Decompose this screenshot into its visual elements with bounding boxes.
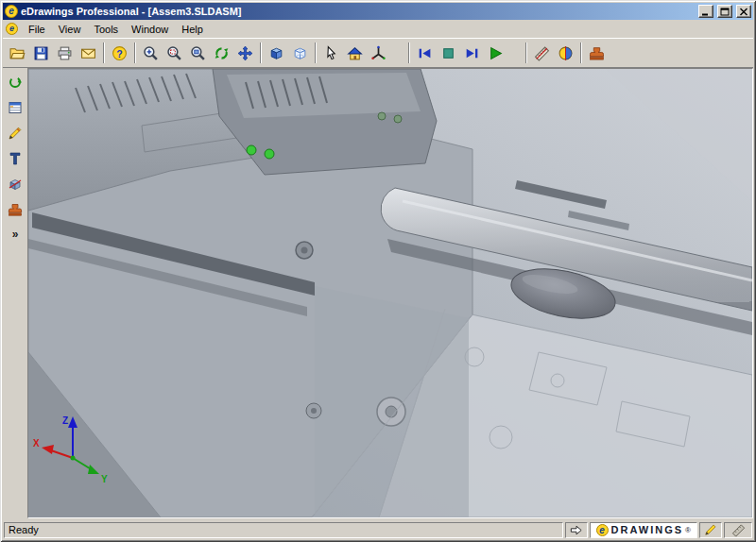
menu-view[interactable]: View bbox=[52, 22, 88, 37]
close-button[interactable] bbox=[736, 5, 751, 18]
status-bar: Ready e DRAWINGS ® bbox=[3, 518, 753, 539]
stamp-side-button[interactable] bbox=[5, 199, 26, 220]
model-sight-top-facet bbox=[227, 73, 421, 118]
wireframe-cube-icon bbox=[292, 45, 308, 61]
animate-button[interactable] bbox=[5, 72, 26, 93]
zoom-to-area-button[interactable] bbox=[163, 42, 186, 65]
home-icon bbox=[347, 45, 363, 61]
previous-icon bbox=[417, 45, 433, 61]
rotate-icon bbox=[214, 45, 230, 61]
rotate-view-button[interactable] bbox=[210, 42, 233, 65]
save-icon bbox=[33, 45, 49, 61]
stop-animation-button[interactable] bbox=[437, 42, 460, 65]
viewport-3d[interactable]: Z X Y bbox=[27, 68, 753, 518]
screw-1-center bbox=[301, 247, 308, 254]
measure-icon bbox=[534, 45, 550, 61]
toolbar-separator bbox=[134, 42, 136, 63]
3d-pointer-button[interactable] bbox=[367, 42, 390, 65]
markup-pencil-icon bbox=[704, 523, 717, 536]
toolbar-separator bbox=[525, 42, 527, 63]
help-button[interactable]: ? bbox=[108, 42, 131, 65]
panel-arrow-button[interactable] bbox=[565, 522, 588, 538]
status-text: Ready bbox=[9, 524, 39, 535]
print-button[interactable] bbox=[53, 42, 77, 65]
zoom-in-icon bbox=[143, 45, 159, 61]
zoom-area-icon bbox=[166, 45, 182, 61]
maximize-icon bbox=[720, 8, 730, 16]
toolbar-separator bbox=[580, 42, 582, 63]
vent-dot-2 bbox=[394, 115, 402, 123]
measure-status-button[interactable] bbox=[724, 522, 752, 538]
previous-view-button[interactable] bbox=[413, 42, 437, 65]
led-green-1 bbox=[247, 145, 256, 155]
toolbar-separator bbox=[408, 42, 410, 63]
stamp-button[interactable] bbox=[585, 42, 609, 65]
animate-icon bbox=[8, 75, 23, 90]
shaded-view-button[interactable] bbox=[265, 42, 288, 65]
open-button[interactable] bbox=[6, 42, 29, 65]
select-arrow-icon bbox=[323, 45, 339, 61]
toolbar: ? bbox=[3, 38, 753, 68]
edrawings-logo-icon: e bbox=[596, 524, 609, 536]
triad-y-label: Y bbox=[101, 474, 108, 484]
menu-help[interactable]: Help bbox=[175, 22, 210, 37]
measure-button[interactable] bbox=[530, 42, 554, 65]
toolbar-separator bbox=[315, 42, 317, 63]
shaded-cube-icon bbox=[268, 45, 284, 61]
cross-section-button[interactable] bbox=[554, 42, 577, 65]
next-view-button[interactable] bbox=[460, 42, 484, 65]
maximize-button[interactable] bbox=[717, 5, 732, 18]
play-icon bbox=[488, 45, 504, 61]
open-folder-icon bbox=[9, 45, 26, 61]
send-email-button[interactable] bbox=[77, 42, 100, 65]
stamp-small-icon bbox=[8, 202, 23, 217]
toolbar-separator bbox=[103, 42, 105, 63]
next-icon bbox=[464, 45, 480, 61]
status-ready-field: Ready bbox=[4, 522, 563, 538]
zoom-fit-icon bbox=[190, 45, 206, 61]
save-button[interactable] bbox=[29, 42, 53, 65]
title-bar[interactable]: e eDrawings Professional - [Assem3.SLDAS… bbox=[3, 3, 753, 20]
menu-tools[interactable]: Tools bbox=[87, 22, 125, 37]
left-toolbar: » bbox=[3, 68, 27, 518]
triad-z-label: Z bbox=[62, 415, 68, 426]
print-icon bbox=[57, 45, 73, 61]
app-window: e eDrawings Professional - [Assem3.SLDAS… bbox=[0, 0, 756, 542]
arrow-right-icon bbox=[569, 523, 583, 537]
stamp-icon bbox=[589, 45, 605, 61]
markup-button[interactable] bbox=[5, 123, 26, 144]
measure-ruler-icon bbox=[731, 523, 746, 537]
pan-button[interactable] bbox=[233, 42, 257, 65]
close-icon bbox=[739, 8, 748, 16]
menu-window[interactable]: Window bbox=[125, 22, 175, 37]
play-animation-button[interactable] bbox=[484, 42, 507, 65]
led-green-2 bbox=[265, 149, 274, 159]
wireframe-view-button[interactable] bbox=[288, 42, 312, 65]
home-view-button[interactable] bbox=[343, 42, 367, 65]
brand-text: DRAWINGS bbox=[611, 524, 684, 535]
components-icon bbox=[8, 100, 23, 115]
expand-panel-button[interactable]: » bbox=[12, 228, 19, 241]
select-button[interactable] bbox=[319, 42, 343, 65]
minimize-button[interactable] bbox=[698, 5, 713, 18]
section-box-icon bbox=[8, 177, 23, 192]
menu-bar: e File View Tools Window Help bbox=[3, 20, 753, 38]
3d-pointer-icon bbox=[370, 45, 387, 61]
markup-status-button[interactable] bbox=[699, 522, 722, 538]
svg-text:?: ? bbox=[116, 47, 122, 59]
measure-side-button[interactable] bbox=[5, 148, 26, 169]
minimize-icon bbox=[701, 8, 711, 16]
zoom-in-button[interactable] bbox=[139, 42, 163, 65]
model-render: Z X Y bbox=[28, 69, 752, 517]
vent-dot-1 bbox=[378, 112, 386, 120]
menu-file[interactable]: File bbox=[22, 22, 52, 37]
stop-icon bbox=[440, 45, 456, 61]
main-area: » bbox=[3, 68, 753, 518]
zoom-to-fit-button[interactable] bbox=[186, 42, 210, 65]
cross-section-icon bbox=[558, 45, 574, 61]
edrawings-branding: e DRAWINGS ® bbox=[590, 522, 697, 538]
brand-registered: ® bbox=[685, 526, 691, 534]
components-button[interactable] bbox=[5, 97, 26, 118]
cross-section-side-button[interactable] bbox=[5, 174, 26, 195]
document-icon: e bbox=[6, 23, 18, 35]
